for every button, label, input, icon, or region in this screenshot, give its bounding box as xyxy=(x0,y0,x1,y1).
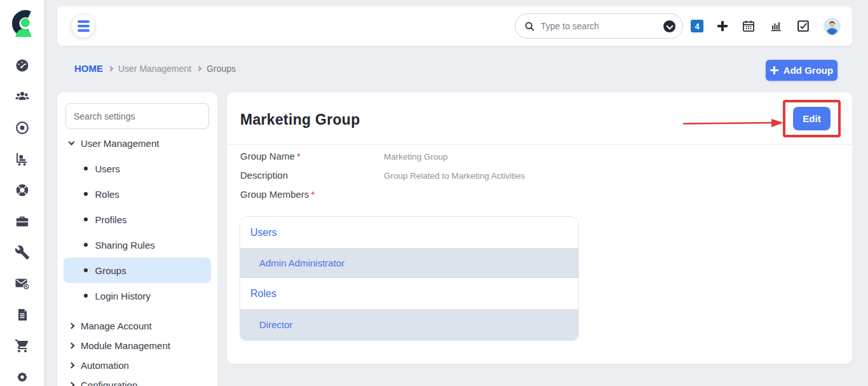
field-group-members: Group Members* xyxy=(240,189,525,200)
trolley-icon[interactable] xyxy=(15,151,30,167)
detail-fields: Group Name* Marketing Group Description … xyxy=(240,151,525,208)
calendar-icon[interactable] xyxy=(742,19,756,33)
chevron-right-icon xyxy=(69,362,75,369)
nav-item-profiles[interactable]: Profiles xyxy=(64,207,211,232)
plus-icon[interactable] xyxy=(717,20,728,32)
bullet-icon xyxy=(84,243,88,247)
sidebar-nav xyxy=(15,58,30,385)
top-bar: 4 xyxy=(57,6,852,46)
checkbox-icon[interactable] xyxy=(796,19,810,33)
topbar-icon-group: 4 xyxy=(691,6,841,46)
required-marker: * xyxy=(297,151,301,162)
nav-item-roles[interactable]: Roles xyxy=(64,181,211,207)
required-marker: * xyxy=(311,189,315,200)
nav-section-configuration[interactable]: Configuration xyxy=(57,375,217,386)
breadcrumb-home[interactable]: HOME xyxy=(74,63,103,74)
nav-item-groups[interactable]: Groups xyxy=(64,258,211,283)
nav-section-manage-account[interactable]: Manage Account xyxy=(57,316,217,336)
nav-item-label: Roles xyxy=(95,189,119,200)
annotation-arrow xyxy=(683,118,785,129)
bullet-icon xyxy=(84,268,88,272)
crm-logo[interactable] xyxy=(8,9,37,38)
dashboard-icon[interactable] xyxy=(15,58,30,73)
field-label-text: Group Members xyxy=(240,189,309,200)
nav-item-label: Login History xyxy=(95,291,151,301)
user-avatar[interactable] xyxy=(824,18,841,35)
nav-item-users[interactable]: Users xyxy=(64,156,211,181)
lifebuoy-icon[interactable] xyxy=(15,183,30,198)
settings-search-input[interactable] xyxy=(65,103,209,129)
field-label: Description xyxy=(240,170,384,181)
field-group-name: Group Name* Marketing Group xyxy=(240,151,525,162)
app-window: 4 xyxy=(0,0,868,386)
bullet-icon xyxy=(84,192,88,196)
field-description: Description Group Related to Marketing A… xyxy=(240,170,525,181)
breadcrumb-user-management[interactable]: User Management xyxy=(118,64,191,74)
shopping-cart-icon[interactable] xyxy=(15,338,30,354)
field-label-text: Description xyxy=(240,170,288,181)
members-section-users: Users xyxy=(240,217,578,249)
field-value: Group Related to Marketing Activities xyxy=(384,170,525,181)
notification-count-badge[interactable]: 4 xyxy=(691,20,703,32)
nav-item-label: Profiles xyxy=(95,214,127,225)
nav-item-label: Users xyxy=(95,163,120,174)
settings-panel: User Management Users Roles Profiles Sha… xyxy=(57,92,217,386)
field-label-text: Group Name xyxy=(240,151,295,162)
breadcrumb-groups: Groups xyxy=(207,64,236,74)
nav-section-label: Manage Account xyxy=(81,321,152,331)
target-icon[interactable] xyxy=(15,120,30,135)
users-group-icon[interactable] xyxy=(15,89,30,104)
detail-header: Marketing Group Edit xyxy=(227,92,852,145)
member-row-admin-administrator[interactable]: Admin Administrator xyxy=(240,249,578,278)
nav-section-label: Module Management xyxy=(81,340,170,351)
chevron-right-icon xyxy=(69,323,75,329)
add-group-button[interactable]: Add Group xyxy=(766,60,837,81)
chevron-right-icon xyxy=(196,66,201,71)
chevron-right-icon xyxy=(69,343,75,349)
hamburger-menu-icon[interactable] xyxy=(72,15,95,38)
search-icon xyxy=(524,21,535,32)
chevron-right-icon xyxy=(69,382,75,386)
group-detail-card: Marketing Group Edit Group Name* Marketi… xyxy=(227,92,852,364)
nav-item-sharing-rules[interactable]: Sharing Rules xyxy=(64,232,211,258)
nav-section-label: User Management xyxy=(81,138,159,149)
bar-chart-icon[interactable] xyxy=(769,19,783,33)
app-sidebar xyxy=(0,0,44,386)
nav-item-label: Groups xyxy=(95,265,126,276)
global-search-input[interactable] xyxy=(541,21,658,31)
bullet-icon xyxy=(84,217,88,221)
field-value: Marketing Group xyxy=(384,151,448,162)
global-search xyxy=(515,13,683,39)
wrench-icon[interactable] xyxy=(15,245,30,260)
briefcase-icon[interactable] xyxy=(15,214,30,229)
collapsed-sections: Manage Account Module Management Automat… xyxy=(57,316,217,386)
member-row-director[interactable]: Director xyxy=(240,310,578,340)
members-section-roles: Roles xyxy=(240,278,578,310)
field-label: Group Name* xyxy=(240,151,384,162)
bullet-icon xyxy=(84,294,88,298)
edit-button[interactable]: Edit xyxy=(793,107,831,130)
chevron-right-icon xyxy=(108,66,113,71)
chevron-down-circle-icon[interactable] xyxy=(663,20,675,32)
breadcrumb: HOME User Management Groups xyxy=(74,63,236,74)
field-label: Group Members* xyxy=(240,189,384,200)
nav-item-label: Sharing Rules xyxy=(95,240,155,251)
document-icon[interactable] xyxy=(15,307,30,322)
settings-tree: User Management Users Roles Profiles Sha… xyxy=(57,130,217,386)
group-members-panel: Users Admin Administrator Roles Director xyxy=(240,216,579,341)
bullet-icon xyxy=(84,167,88,170)
nav-section-label: Automation xyxy=(81,360,129,371)
nav-section-automation[interactable]: Automation xyxy=(57,355,217,375)
mail-at-icon[interactable] xyxy=(15,276,30,291)
chevron-down-icon xyxy=(69,139,75,146)
nav-section-module-management[interactable]: Module Management xyxy=(57,336,217,355)
gear-icon[interactable] xyxy=(15,369,30,385)
nav-section-label: Configuration xyxy=(81,380,137,386)
page-title: Marketing Group xyxy=(240,111,360,128)
add-group-label: Add Group xyxy=(783,65,833,76)
nav-item-login-history[interactable]: Login History xyxy=(64,283,211,308)
plus-icon xyxy=(770,66,778,74)
nav-section-user-management[interactable]: User Management xyxy=(57,130,217,156)
